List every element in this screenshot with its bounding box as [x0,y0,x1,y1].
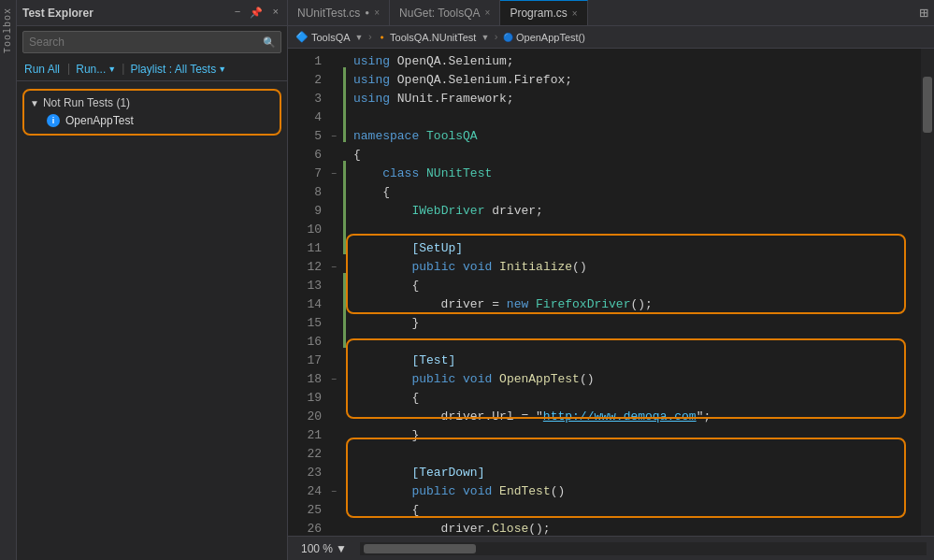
scrollbar-right[interactable] [921,49,934,536]
code-line-12: public void Initialize() [346,258,921,277]
editor-area: NUnitTest.cs ● × NuGet: ToolsQA × Progra… [288,0,934,560]
breadcrumb-sep-2: › [493,32,499,43]
breadcrumb-item-toolsqa[interactable]: 🔷 ToolsQA ▼ [295,31,364,43]
code-line-14: driver = new FirefoxDriver(); [346,295,921,314]
code-line-9: IWebDriver driver; [346,202,921,221]
code-line-15: } [346,314,921,333]
editor-scroll: 1 2 3 4 5 6 7 8 9 10 11 12 13 14 15 16 1… [288,49,934,536]
not-run-group-label: Not Run Tests (1) [43,96,130,109]
run-dropdown-arrow: ▼ [108,65,116,74]
tab-nunit-close[interactable]: × [374,7,380,18]
tab-nunit[interactable]: NUnitTest.cs ● × [288,0,390,26]
panel-title-bar: Test Explorer − 📌 × [17,0,287,26]
search-input[interactable] [23,36,258,49]
code-line-21: } [346,426,921,445]
panel-title: Test Explorer [22,7,93,20]
run-dropdown-label: Run... [76,63,106,76]
horizontal-scrollbar[interactable] [360,542,927,555]
toolbar-sep-1: | [65,63,72,76]
pin-icon[interactable]: 📌 [247,6,266,20]
playlist-dropdown[interactable]: Playlist : All Tests ▼ [130,63,226,76]
code-line-25: { [346,501,921,520]
breadcrumb-nunit-label: ToolsQA.NUnitTest [390,32,476,43]
code-line-26: driver.Close(); [346,520,921,536]
code-line-19: { [346,389,921,408]
new-vertical-tab-button[interactable]: ⊞ [913,4,934,22]
run-all-button[interactable]: Run All [22,62,62,77]
tab-program-label: Program.cs [510,7,567,20]
close-panel-icon[interactable]: × [269,6,281,20]
code-line-2: using OpenQA.Selenium.Firefox; [346,71,921,90]
code-content[interactable]: using OpenQA.Selenium; using OpenQA.Sele… [346,49,921,536]
breadcrumb-arrow-2: ▼ [481,33,489,42]
zoom-selector[interactable]: 100 % ▼ [295,540,352,557]
tab-nuget-close[interactable]: × [485,7,491,18]
code-line-22 [346,445,921,464]
toolbar-row: Run All | Run... ▼ | Playlist : All Test… [17,58,287,81]
tab-bar: NUnitTest.cs ● × NuGet: ToolsQA × Progra… [288,0,934,26]
zoom-label: 100 % [301,542,333,555]
hscroll-thumb[interactable] [364,544,476,553]
code-line-8: { [346,183,921,202]
toolbar-sep-2: | [120,63,126,76]
fold-setup[interactable]: − [327,258,340,277]
scrollbar-thumb[interactable] [923,77,932,133]
group-collapse-arrow: ▼ [30,98,39,108]
breadcrumb-sep-1: › [367,32,374,43]
line-numbers: 1 2 3 4 5 6 7 8 9 10 11 12 13 14 15 16 1… [288,49,327,536]
fold-namespace[interactable]: − [327,127,340,146]
code-line-23: [TearDown] [346,464,921,482]
code-line-20: driver.Url = "http://www.demoqa.com"; [346,408,921,426]
test-explorer-panel: Test Explorer − 📌 × 🔍 Run All | Run... ▼… [17,0,288,560]
breadcrumb-method-label: OpenAppTest() [516,32,585,43]
test-item-label: OpenAppTest [65,114,134,127]
test-item[interactable]: i OpenAppTest [30,111,274,130]
tab-nuget[interactable]: NuGet: ToolsQA × [390,0,500,26]
code-line-6: { [346,146,921,165]
code-line-10 [346,221,921,239]
breadcrumb-item-method[interactable]: 🔵 OpenAppTest() [503,32,585,43]
breadcrumb-item-nunit[interactable]: 🔸 ToolsQA.NUnitTest ▼ [377,32,489,43]
editor-bottom: 100 % ▼ [288,536,934,560]
breadcrumb-toolsqa-label: ToolsQA [311,32,351,43]
code-line-4 [346,108,921,127]
breadcrumb-toolsqa-icon: 🔷 [295,31,309,43]
playlist-label: Playlist : All Tests [130,63,216,76]
test-item-icon: i [47,114,60,127]
not-run-group: ▼ Not Run Tests (1) i OpenAppTest [22,89,281,136]
tab-nunit-modified: ● [365,8,369,17]
run-dropdown[interactable]: Run... ▼ [76,63,116,76]
fold-class[interactable]: − [327,165,340,183]
minimize-icon[interactable]: − [232,6,244,20]
code-line-17: [Test] [346,352,921,370]
breadcrumb-arrow-1: ▼ [355,33,364,42]
tab-program[interactable]: Program.cs × [500,0,587,26]
group-header[interactable]: ▼ Not Run Tests (1) [30,94,274,111]
panel-title-icons: − 📌 × [232,6,281,20]
code-line-1: using OpenQA.Selenium; [346,52,921,71]
search-icon[interactable]: 🔍 [258,36,280,49]
breadcrumb-method-icon: 🔵 [503,33,513,42]
code-line-24: public void EndTest() [346,482,921,501]
tab-program-close[interactable]: × [572,8,578,19]
playlist-arrow: ▼ [218,65,226,74]
test-tree: ▼ Not Run Tests (1) i OpenAppTest [17,81,287,560]
code-line-16 [346,333,921,352]
breadcrumb-nunit-icon: 🔸 [377,33,387,42]
breadcrumb-bar: 🔷 ToolsQA ▼ › 🔸 ToolsQA.NUnitTest ▼ › 🔵 … [288,26,934,49]
code-line-7: class NUnitTest [346,165,921,183]
zoom-arrow: ▼ [336,542,347,555]
tab-nuget-label: NuGet: ToolsQA [399,7,480,20]
toolbox-label: Toolbox [3,7,13,53]
code-line-18: public void OpenAppTest() [346,370,921,389]
fold-test[interactable]: − [327,370,340,389]
code-line-11: [SetUp] [346,239,921,258]
fold-indicators: − − − − − [327,49,342,536]
fold-teardown[interactable]: − [327,482,340,501]
search-bar: 🔍 [22,31,281,53]
code-line-5: namespace ToolsQA [346,127,921,146]
tab-nunit-label: NUnitTest.cs [297,7,360,20]
code-line-3: using NUnit.Framework; [346,90,921,108]
toolbox-strip: Toolbox [0,0,17,560]
code-line-13: { [346,277,921,295]
